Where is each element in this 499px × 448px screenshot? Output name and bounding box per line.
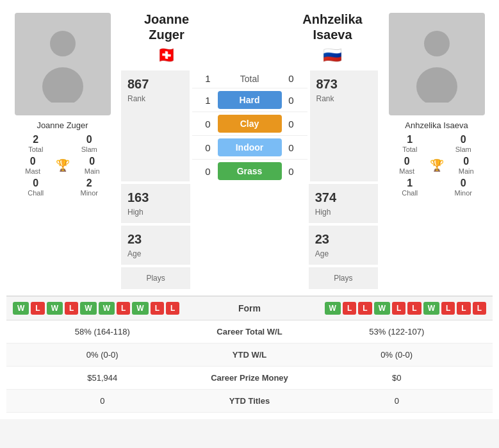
player2-mast: 0 Mast (387, 156, 427, 175)
player1-form: WLWLWWLWLL (13, 302, 208, 315)
player2-trophy-row: 0 Mast 🏆 0 Main (387, 156, 486, 175)
player2-form: WLLWLLWLLL (292, 302, 487, 315)
form-section: WLWLWWLWLL Form WLLWLLWLLL (6, 295, 493, 320)
form-badge-l: L (151, 302, 164, 315)
form-badge-w: W (374, 302, 390, 315)
form-badge-w: W (132, 302, 148, 315)
svg-point-1 (42, 67, 83, 103)
svg-point-3 (416, 67, 457, 103)
trophy-icon-left: 🏆 (56, 158, 70, 172)
player-names-row: JoanneZuger 🇨🇭 AnhzelikaIsaeva 🇷🇺 (119, 6, 380, 69)
player1-info: JoanneZuger 🇨🇭 (125, 12, 208, 64)
form-badge-w: W (47, 302, 63, 315)
plays-row: Plays Plays (119, 266, 380, 290)
form-badge-w: W (13, 302, 29, 315)
form-badge-l: L (473, 302, 486, 315)
player2-info: AnhzelikaIsaeva 🇷🇺 (291, 12, 374, 64)
player2-name: Anhzelika Isaeva (405, 120, 468, 130)
player2-main: 0 Main (446, 156, 487, 175)
trophy-icon-right: 🏆 (430, 158, 444, 172)
player2-total: 1 Total (387, 134, 433, 153)
form-badge-l: L (31, 302, 44, 315)
player1-rank-box: 867 Rank (121, 71, 190, 181)
main-container: Joanne Zuger 2 Total 0 Slam 0 Mast 🏆 (0, 0, 499, 419)
form-badge-l: L (441, 302, 455, 315)
player1-chall-minor: 0 Chall 2 Minor (13, 178, 112, 197)
age-spacer (193, 224, 306, 266)
form-badge-l: L (117, 302, 130, 315)
form-badge-w: W (80, 302, 96, 315)
player2-slam: 0 Slam (441, 134, 487, 153)
player1-card: Joanne Zuger 2 Total 0 Slam 0 Mast 🏆 (6, 6, 119, 290)
player2-minor: 0 Minor (441, 178, 487, 197)
hard-row: 1 Hard 0 (192, 88, 307, 112)
player1-stats: 2 Total 0 Slam (13, 134, 112, 153)
player1-minor: 2 Minor (67, 178, 113, 197)
form-badge-l: L (392, 302, 405, 315)
player1-name: Joanne Zuger (37, 120, 88, 130)
player1-flag: 🇨🇭 (157, 46, 176, 64)
clay-row: 0 Clay 0 (192, 112, 307, 135)
player2-full-name: AnhzelikaIsaeva (302, 12, 362, 42)
player2-flag: 🇷🇺 (323, 46, 342, 64)
form-badge-l: L (166, 302, 179, 315)
plays-spacer (193, 266, 306, 290)
player2-chall-minor: 1 Chall 0 Minor (387, 178, 486, 197)
stat-rows: 58% (164-118) Career Total W/L 53% (122-… (6, 320, 493, 413)
middle-spacer (193, 183, 306, 224)
total-row: 1 Total 0 (192, 69, 307, 88)
player1-mast: 0 Mast (13, 156, 53, 175)
player2-photo (389, 13, 485, 115)
form-badge-l: L (343, 302, 356, 315)
ytd-wl-row: 0% (0-0) YTD W/L 0% (0-0) (6, 344, 493, 367)
form-badge-l: L (407, 302, 421, 315)
player1-trophy-row: 0 Mast 🏆 0 Main (13, 156, 112, 175)
form-badge-l: L (358, 302, 372, 315)
player1-slam: 0 Slam (67, 134, 113, 153)
player2-card: Anhzelika Isaeva 1 Total 0 Slam 0 Mast 🏆 (380, 6, 493, 290)
player2-chall: 1 Chall (387, 178, 433, 197)
form-badge-w: W (99, 302, 115, 315)
top-section: Joanne Zuger 2 Total 0 Slam 0 Mast 🏆 (6, 6, 493, 290)
player1-full-name: JoanneZuger (144, 12, 189, 42)
form-badge-w: W (423, 302, 439, 315)
player2-stats: 1 Total 0 Slam (387, 134, 486, 153)
player1-chall: 0 Chall (13, 178, 59, 197)
career-wl-row: 58% (164-118) Career Total W/L 53% (122-… (6, 320, 493, 344)
player2-age-box: 23 Age (309, 226, 378, 265)
player1-photo (15, 13, 111, 115)
form-badge-l: L (65, 302, 78, 315)
ytd-titles-row: 0 YTD Titles 0 (6, 390, 493, 413)
age-row: 23 Age 23 Age (119, 224, 380, 266)
career-prize-row: $51,944 Career Prize Money $0 (6, 367, 493, 390)
form-badge-l: L (457, 302, 470, 315)
player1-total: 2 Total (13, 134, 59, 153)
indoor-row: 0 Indoor 0 (192, 135, 307, 159)
svg-point-0 (50, 31, 76, 56)
surface-section: 1 Total 0 1 Hard 0 0 Clay 0 (192, 69, 307, 183)
rank-boxes: 867 Rank 1 Total 0 1 Hard 0 (119, 69, 380, 183)
grass-row: 0 Grass 0 (192, 159, 307, 183)
player2-rank-box: 873 Rank (310, 71, 379, 181)
high-row: 163 High 374 High (119, 183, 380, 224)
player2-high-box: 374 High (309, 184, 378, 223)
form-badge-w: W (325, 302, 341, 315)
form-label: Form (211, 303, 288, 313)
svg-point-2 (424, 31, 450, 56)
player2-plays-box: Plays (309, 267, 378, 289)
middle-section: JoanneZuger 🇨🇭 AnhzelikaIsaeva 🇷🇺 867 Ra… (119, 6, 380, 290)
player1-age-box: 23 Age (121, 226, 190, 265)
player1-main: 0 Main (72, 156, 113, 175)
player1-plays-box: Plays (121, 267, 190, 289)
player1-high-box: 163 High (121, 184, 190, 223)
